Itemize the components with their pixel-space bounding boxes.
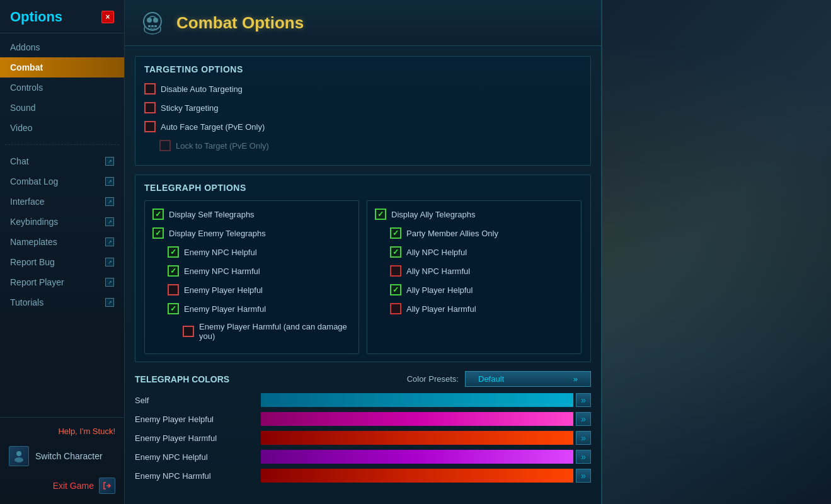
svg-point-0 — [16, 451, 21, 456]
checkbox-ally-npc-harmful-label: Ally NPC Harmful — [406, 266, 470, 276]
sidebar-bottom: Help, I'm Stuck! Switch Character Exit G… — [0, 417, 124, 504]
checkbox-enemy-npc-helpful-box[interactable] — [168, 246, 179, 258]
telegraph-columns: Display Self Telegraphs Display Enemy Te… — [144, 200, 582, 354]
checkbox-display-ally-telegraphs-box[interactable] — [375, 209, 386, 220]
checkbox-display-enemy-telegraphs: Display Enemy Telegraphs — [152, 226, 351, 240]
sidebar-item-label: Chat — [10, 156, 29, 166]
sidebar-item-addons[interactable]: Addons — [0, 37, 124, 57]
checkbox-ally-npc-helpful-box[interactable] — [390, 246, 401, 258]
svg-point-1 — [14, 457, 23, 462]
color-preset-row: Color Presets: Default » — [407, 371, 591, 387]
color-expand-self-button[interactable]: » — [576, 393, 591, 407]
checkbox-ally-player-harmful: Ally Player Harmful — [390, 302, 573, 316]
sidebar-item-label: Tutorials — [10, 297, 43, 307]
checkbox-ally-npc-harmful: Ally NPC Harmful — [390, 264, 573, 278]
color-row-enemy-player-harmful-label: Enemy Player Harmful — [135, 433, 261, 443]
sidebar-item-label: Report Player — [10, 277, 64, 287]
color-bar-enemy-npc-harmful-container: » — [261, 469, 591, 483]
checkbox-enemy-npc-helpful-label: Enemy NPC Helpful — [184, 248, 257, 257]
checkbox-lock-to-target: Lock to Target (PvE Only) — [159, 139, 582, 152]
color-bar-enemy-player-helpful[interactable] — [261, 412, 573, 426]
color-bar-self[interactable] — [261, 393, 573, 407]
checkbox-display-enemy-telegraphs-box[interactable] — [152, 227, 164, 239]
checkbox-auto-face-target-label: Auto Face Target (PvE Only) — [161, 122, 265, 132]
checkbox-disable-auto-targeting-box[interactable] — [144, 83, 156, 94]
checkbox-lock-to-target-box[interactable] — [159, 140, 171, 151]
sidebar-item-video[interactable]: Video — [0, 118, 124, 138]
svg-rect-5 — [148, 25, 151, 27]
color-bar-enemy-npc-harmful[interactable] — [261, 469, 573, 483]
checkbox-ally-player-harmful-box[interactable] — [390, 303, 401, 314]
checkbox-enemy-player-helpful-label: Enemy Player Helpful — [184, 285, 263, 295]
external-link-icon: ↗ — [105, 258, 114, 266]
color-preset-button[interactable]: Default » — [465, 371, 591, 387]
sidebar: Options × Addons Combat Controls Sound V… — [0, 0, 125, 504]
checkbox-enemy-player-helpful-box[interactable] — [168, 284, 179, 295]
sidebar-item-chat[interactable]: Chat ↗ — [0, 151, 124, 171]
telegraph-section-title: Telegraph Options — [144, 183, 582, 193]
checkbox-auto-face-target-box[interactable] — [144, 121, 156, 132]
telegraph-right-col: Display Ally Telegraphs Party Member All… — [367, 200, 582, 354]
checkbox-display-self-telegraphs-box[interactable] — [152, 209, 164, 220]
color-bar-enemy-npc-helpful[interactable] — [261, 450, 573, 464]
switch-character-button[interactable]: Switch Character — [0, 440, 124, 472]
color-expand-enemy-npc-harmful-button[interactable]: » — [576, 469, 591, 483]
checkbox-ally-player-helpful: Ally Player Helpful — [390, 283, 573, 297]
color-bar-enemy-player-helpful-container: » — [261, 412, 591, 426]
targeting-section-title: Targeting Options — [144, 64, 582, 74]
external-link-icon: ↗ — [105, 298, 114, 307]
help-stuck-button[interactable]: Help, I'm Stuck! — [0, 423, 124, 440]
checkbox-sticky-targeting-label: Sticky Targeting — [161, 103, 219, 113]
sidebar-item-combat-log[interactable]: Combat Log ↗ — [0, 171, 124, 192]
sidebar-item-report-player[interactable]: Report Player ↗ — [0, 272, 124, 292]
checkbox-ally-player-helpful-label: Ally Player Helpful — [406, 285, 473, 295]
color-row-enemy-npc-helpful: Enemy NPC Helpful » — [135, 450, 591, 464]
checkbox-ally-npc-harmful-box[interactable] — [390, 265, 401, 277]
color-expand-enemy-player-harmful-button[interactable]: » — [576, 431, 591, 445]
checkbox-enemy-npc-harmful-box[interactable] — [168, 265, 179, 277]
switch-character-label: Switch Character — [35, 451, 103, 461]
color-expand-enemy-player-helpful-button[interactable]: » — [576, 412, 591, 426]
sidebar-item-label: Sound — [10, 103, 35, 113]
checkbox-enemy-npc-harmful-label: Enemy NPC Harmful — [184, 266, 260, 276]
sidebar-item-tutorials[interactable]: Tutorials ↗ — [0, 292, 124, 312]
checkbox-party-member-allies-only-label: Party Member Allies Only — [406, 229, 498, 238]
close-button[interactable]: × — [101, 11, 114, 23]
checkbox-display-ally-telegraphs-label: Display Ally Telegraphs — [391, 210, 475, 219]
color-row-enemy-npc-harmful: Enemy NPC Harmful » — [135, 469, 591, 483]
checkbox-display-self-telegraphs: Display Self Telegraphs — [152, 207, 351, 221]
checkbox-enemy-npc-helpful: Enemy NPC Helpful — [168, 245, 351, 259]
sidebar-item-interface[interactable]: Interface ↗ — [0, 192, 124, 212]
sidebar-item-nameplates[interactable]: Nameplates ↗ — [0, 232, 124, 252]
color-row-enemy-player-helpful-label: Enemy Player Helpful — [135, 415, 261, 424]
sidebar-item-report-bug[interactable]: Report Bug ↗ — [0, 252, 124, 272]
sidebar-item-sound[interactable]: Sound — [0, 98, 124, 118]
targeting-section: Targeting Options Disable Auto Targeting… — [135, 56, 591, 166]
exit-game-button[interactable]: Exit Game — [0, 472, 124, 499]
sidebar-item-keybindings[interactable]: Keybindings ↗ — [0, 212, 124, 232]
sidebar-item-label: Keybindings — [10, 217, 58, 227]
sidebar-item-label: Controls — [10, 83, 43, 93]
external-link-icon: ↗ — [105, 278, 114, 287]
sidebar-header: Options × — [0, 0, 124, 33]
checkbox-party-member-allies-only-box[interactable] — [390, 227, 401, 239]
sidebar-item-combat[interactable]: Combat — [0, 57, 124, 77]
options-body[interactable]: Targeting Options Disable Auto Targeting… — [125, 46, 601, 504]
checkbox-ally-player-helpful-box[interactable] — [390, 284, 401, 295]
color-expand-enemy-npc-helpful-button[interactable]: » — [576, 450, 591, 464]
color-bar-enemy-player-harmful[interactable] — [261, 431, 573, 445]
checkbox-enemy-player-harmful-box[interactable] — [168, 303, 179, 314]
checkbox-enemy-npc-harmful: Enemy NPC Harmful — [168, 264, 351, 278]
character-icon — [9, 446, 29, 466]
checkbox-enemy-player-harmful-damage-box[interactable] — [183, 326, 194, 337]
color-row-enemy-npc-helpful-label: Enemy NPC Helpful — [135, 452, 261, 462]
checkbox-ally-npc-helpful: Ally NPC Helpful — [390, 245, 573, 259]
sidebar-item-controls[interactable]: Controls — [0, 77, 124, 98]
checkbox-sticky-targeting-box[interactable] — [144, 102, 156, 113]
checkbox-disable-auto-targeting-label: Disable Auto Targeting — [161, 84, 243, 94]
sidebar-item-label: Interface — [10, 197, 44, 207]
svg-rect-7 — [154, 25, 157, 27]
color-header: Telegraph Colors Color Presets: Default … — [135, 371, 591, 387]
telegraph-section: Telegraph Options Display Self Telegraph… — [135, 175, 591, 362]
external-link-icon: ↗ — [105, 177, 114, 186]
